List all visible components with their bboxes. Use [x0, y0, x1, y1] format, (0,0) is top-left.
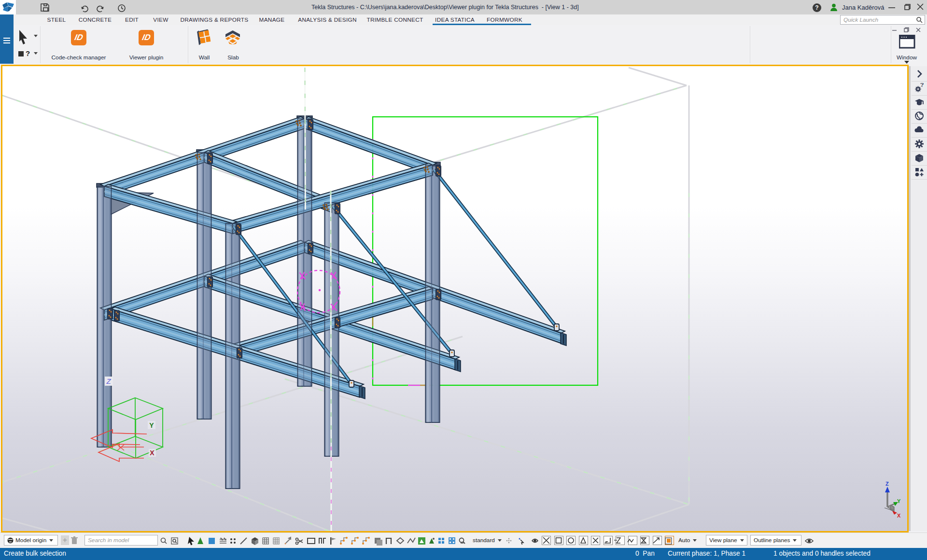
svg-text:Z: Z [885, 481, 889, 487]
svg-text:X: X [150, 449, 154, 457]
svg-text:Z: Z [106, 377, 111, 385]
svg-text:Y: Y [149, 421, 154, 429]
svg-text:X: X [897, 513, 901, 518]
svg-text:Y: Y [897, 498, 901, 504]
svg-text:?: ? [26, 49, 30, 57]
svg-text:?: ? [920, 83, 924, 88]
